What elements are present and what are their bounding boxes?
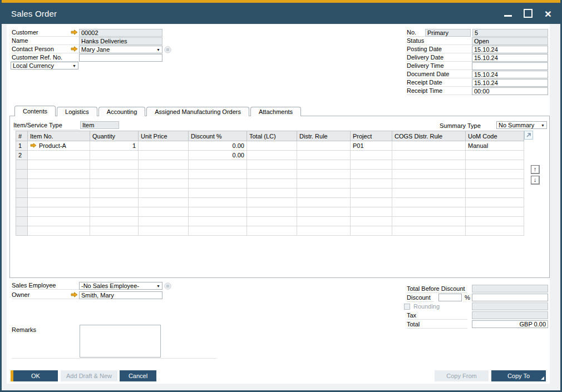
discount-amount-field[interactable] bbox=[472, 294, 548, 301]
grid-cell[interactable] bbox=[139, 226, 189, 236]
grid-cell[interactable] bbox=[90, 160, 139, 170]
column-header-item-no[interactable]: Item No. bbox=[28, 131, 90, 141]
grid-cell[interactable] bbox=[297, 198, 351, 207]
grid-cell[interactable]: P01 bbox=[351, 141, 392, 151]
titlebar[interactable]: Sales Order × bbox=[0, 3, 562, 24]
grid-cell[interactable] bbox=[139, 141, 189, 151]
grid-cell[interactable] bbox=[189, 170, 247, 179]
grid-cell[interactable] bbox=[351, 207, 392, 217]
document-date-field[interactable]: 15.10.24 bbox=[472, 71, 548, 78]
grid-cell[interactable] bbox=[16, 217, 28, 226]
row-down-button[interactable]: ↓ bbox=[531, 176, 540, 185]
grid-cell[interactable] bbox=[466, 151, 524, 160]
grid-cell[interactable] bbox=[90, 226, 139, 236]
column-header-cogs-distr-rule[interactable]: COGS Distr. Rule bbox=[392, 131, 466, 141]
grid-cell[interactable] bbox=[16, 188, 28, 198]
rounding-checkbox[interactable] bbox=[404, 304, 410, 310]
grid-cell[interactable] bbox=[28, 179, 90, 188]
grid-cell[interactable] bbox=[351, 198, 392, 207]
grid-cell[interactable] bbox=[90, 179, 139, 188]
cancel-button[interactable]: Cancel bbox=[120, 370, 156, 381]
grid-cell[interactable] bbox=[392, 198, 466, 207]
grid-cell[interactable] bbox=[16, 179, 28, 188]
grid-cell[interactable] bbox=[351, 179, 392, 188]
grid-cell[interactable] bbox=[247, 160, 297, 170]
tab-accounting[interactable]: Accounting bbox=[98, 107, 145, 116]
numbering-series-field[interactable]: Primary bbox=[425, 29, 471, 37]
grid-cell[interactable] bbox=[247, 151, 297, 160]
grid-cell[interactable] bbox=[247, 217, 297, 226]
customer-field[interactable]: 00002 bbox=[79, 29, 162, 37]
grid-cell[interactable] bbox=[28, 170, 90, 179]
grid-cell[interactable] bbox=[351, 170, 392, 179]
grid-cell[interactable] bbox=[16, 226, 28, 236]
grid-cell[interactable] bbox=[28, 160, 90, 170]
customer-link-arrow-icon[interactable] bbox=[71, 28, 79, 37]
sales-employee-options-icon[interactable] bbox=[164, 282, 171, 292]
remarks-field[interactable] bbox=[80, 325, 161, 358]
grid-cell[interactable] bbox=[189, 226, 247, 236]
grid-cell[interactable] bbox=[90, 207, 139, 217]
grid-cell[interactable] bbox=[466, 160, 524, 170]
grid-cell[interactable] bbox=[28, 217, 90, 226]
tab-assigned-manufacturing-orders[interactable]: Assigned Manufacturing Orders bbox=[146, 107, 249, 116]
grid-cell[interactable] bbox=[297, 151, 351, 160]
tab-attachments[interactable]: Attachments bbox=[250, 107, 301, 116]
grid-cell[interactable] bbox=[139, 198, 189, 207]
grid-cell[interactable] bbox=[90, 170, 139, 179]
doc-number-field[interactable]: 5 bbox=[472, 29, 548, 37]
grid-cell[interactable] bbox=[392, 226, 466, 236]
grid-cell[interactable] bbox=[247, 141, 297, 151]
receipt-time-field[interactable]: 00:00 bbox=[472, 87, 548, 95]
grid-cell[interactable] bbox=[247, 179, 297, 188]
grid-cell[interactable] bbox=[189, 179, 247, 188]
item-service-type-field[interactable]: Item bbox=[80, 121, 119, 129]
grid-cell[interactable] bbox=[392, 217, 466, 226]
close-button[interactable]: × bbox=[542, 7, 554, 19]
grid-cell[interactable] bbox=[189, 188, 247, 198]
grid-cell[interactable] bbox=[139, 179, 189, 188]
grid-cell[interactable] bbox=[297, 170, 351, 179]
grid-cell[interactable] bbox=[90, 198, 139, 207]
grid-cell[interactable] bbox=[90, 217, 139, 226]
grid-cell[interactable] bbox=[90, 151, 139, 160]
owner-field[interactable]: Smith, Mary bbox=[79, 291, 162, 299]
delivery-date-field[interactable]: 15.10.24 bbox=[472, 54, 548, 62]
grid-cell[interactable] bbox=[16, 207, 28, 217]
column-header-quantity[interactable]: Quantity bbox=[90, 131, 139, 141]
grid-cell[interactable] bbox=[247, 198, 297, 207]
grid-cell[interactable] bbox=[139, 170, 189, 179]
grid-cell[interactable]: Manual bbox=[466, 141, 524, 151]
grid-cell[interactable] bbox=[189, 217, 247, 226]
row-up-button[interactable]: ↑ bbox=[531, 165, 540, 174]
grid-cell[interactable] bbox=[189, 207, 247, 217]
grid-cell[interactable] bbox=[466, 226, 524, 236]
grid-cell[interactable] bbox=[90, 188, 139, 198]
grid-cell[interactable] bbox=[297, 141, 351, 151]
customer-ref-field[interactable] bbox=[79, 54, 162, 62]
currency-combo[interactable]: Local Currency ▼ bbox=[11, 62, 78, 70]
grid-cell[interactable] bbox=[466, 170, 524, 179]
copy-to-button[interactable]: Copy To bbox=[491, 370, 546, 381]
grid-cell[interactable] bbox=[297, 188, 351, 198]
grid-cell[interactable] bbox=[351, 160, 392, 170]
grid-cell[interactable] bbox=[392, 141, 466, 151]
grid-cell[interactable] bbox=[28, 198, 90, 207]
grid-cell[interactable] bbox=[466, 179, 524, 188]
name-field[interactable]: Hanks Deliveries bbox=[79, 37, 162, 45]
grid-cell[interactable]: Product-A bbox=[28, 141, 90, 151]
grid-cell[interactable] bbox=[297, 179, 351, 188]
grid-cell[interactable] bbox=[16, 198, 28, 207]
summary-type-combo[interactable]: No Summary ▼ bbox=[496, 121, 547, 129]
column-header-project[interactable]: Project bbox=[351, 131, 392, 141]
grid-cell[interactable]: 1 bbox=[16, 141, 28, 151]
minimize-button[interactable] bbox=[502, 7, 514, 19]
grid-cell[interactable] bbox=[351, 188, 392, 198]
grid-cell[interactable]: 0.00 bbox=[189, 151, 247, 160]
column-header-distr-rule[interactable]: Distr. Rule bbox=[297, 131, 351, 141]
grid-cell[interactable] bbox=[189, 160, 247, 170]
grid-cell[interactable] bbox=[139, 151, 189, 160]
tab-logistics[interactable]: Logistics bbox=[57, 107, 97, 116]
grid-cell[interactable] bbox=[392, 207, 466, 217]
maximize-button[interactable] bbox=[522, 7, 534, 19]
